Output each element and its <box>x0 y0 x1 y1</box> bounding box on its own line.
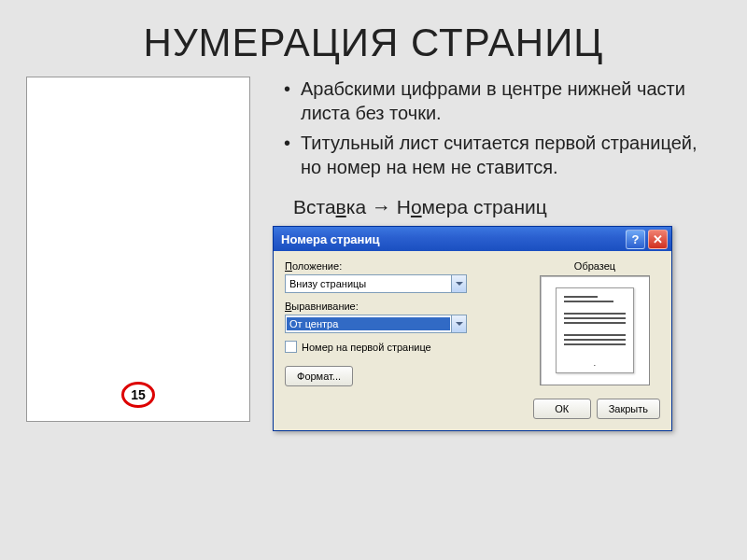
form-column: Положение: Внизу страницы Выравнивание: … <box>285 260 513 419</box>
checkbox-icon[interactable] <box>285 341 297 353</box>
page-numbers-dialog: Номера страниц ? ✕ Положение: Внизу стра… <box>273 226 672 431</box>
dialog-body: Положение: Внизу страницы Выравнивание: … <box>274 251 671 430</box>
menu-text: Н <box>397 196 411 217</box>
help-button[interactable]: ? <box>626 230 645 249</box>
menu-underline: в <box>336 196 346 217</box>
position-label: Положение: <box>285 260 513 272</box>
chevron-down-icon[interactable] <box>451 275 466 292</box>
menu-text: ка <box>346 196 366 217</box>
preview-label: Образец <box>529 260 660 272</box>
dialog-titlebar[interactable]: Номера страниц ? ✕ <box>274 227 671 251</box>
bullet-list: Арабскими цифрами в центре нижней части … <box>269 77 721 179</box>
close-button[interactable]: ✕ <box>648 230 668 249</box>
dialog-title: Номера страниц <box>281 232 626 246</box>
page-sample: 15 <box>26 77 250 422</box>
checkbox-label: Номер на первой странице <box>302 342 431 353</box>
bullet-item: Титульный лист считается первой странице… <box>284 131 721 179</box>
alignment-label: Выравнивание: <box>285 301 513 312</box>
alignment-combo[interactable]: От центра <box>285 315 467 333</box>
menu-underline: о <box>411 196 422 217</box>
cancel-button[interactable]: Закрыть <box>597 399 660 419</box>
chevron-down-icon[interactable] <box>451 315 466 332</box>
content-area: 15 Арабскими цифрами в центре нижней час… <box>0 77 747 431</box>
position-value: Внизу страницы <box>286 278 451 289</box>
ok-button[interactable]: ОК <box>533 399 591 419</box>
menu-text: мера страниц <box>422 196 547 217</box>
slide-title: НУМЕРАЦИЯ СТРАНИЦ <box>0 0 747 77</box>
format-button[interactable]: Формат... <box>285 366 353 386</box>
dialog-buttons: ОК Закрыть <box>529 399 660 419</box>
menu-path: Вставка → Номера страниц <box>269 196 721 218</box>
right-column: Арабскими цифрами в центре нижней части … <box>269 77 721 431</box>
position-combo[interactable]: Внизу страницы <box>285 274 467 293</box>
bullet-item: Арабскими цифрами в центре нижней части … <box>284 77 721 125</box>
arrow-icon: → <box>372 196 391 217</box>
alignment-value: От центра <box>287 317 450 330</box>
preview-page-icon: ▪ <box>556 287 634 373</box>
preview-box: ▪ <box>540 275 650 385</box>
preview-column: Образец ▪ <box>529 260 660 419</box>
page-number-badge: 15 <box>121 382 155 408</box>
menu-text: Вста <box>293 196 336 217</box>
first-page-checkbox-row[interactable]: Номер на первой странице <box>285 341 513 353</box>
